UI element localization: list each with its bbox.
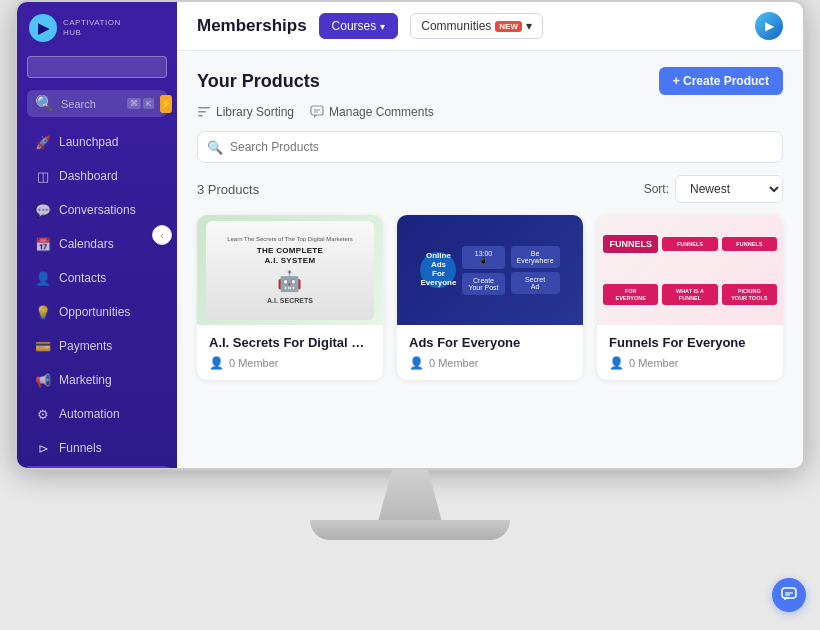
opportunities-icon: 💡 [35,304,51,320]
marketing-label: Marketing [59,373,112,387]
payments-icon: 💳 [35,338,51,354]
search-kbd: ⌘ K [127,98,154,109]
funnel-tile-main: FUNNELS [603,235,658,254]
marketing-icon: 📢 [35,372,51,388]
calendars-label: Calendars [59,237,114,251]
product-members-ai: 👤 0 Member [209,356,371,370]
sidebar-logo: ▶ CAPTIVATION HUB [17,2,177,52]
sort-label: Sort: [644,182,669,196]
logo-subtext: HUB [63,28,121,38]
funnel-tile-2: FUNNELS [722,237,777,252]
ai-thumb-inner: Learn The Secrets of The Top Digital Mar… [206,221,373,320]
cmd-key: ⌘ [127,98,141,109]
sidebar-item-funnels[interactable]: ⊳ Funnels [23,432,171,464]
sidebar-item-automation[interactable]: ⚙ Automation [23,398,171,430]
product-info-ai: A.I. Secrets For Digital Mar... 👤 0 Memb… [197,325,383,380]
automation-label: Automation [59,407,120,421]
product-card-ai-secrets[interactable]: Learn The Secrets of The Top Digital Mar… [197,215,383,380]
product-members-funnels: 👤 0 Member [609,356,771,370]
payments-label: Payments [59,339,112,353]
sidebar-item-opportunities[interactable]: 💡 Opportunities [23,296,171,328]
bolt-icon[interactable]: ⚡ [160,95,172,113]
top-bar: Memberships Courses ▾ Communities NEW ▾ … [177,2,803,51]
ads-extras: BeEverywhere SecretAd [511,246,560,294]
sidebar-item-marketing[interactable]: 📢 Marketing [23,364,171,396]
tab-courses[interactable]: Courses ▾ [319,13,399,39]
user-avatar[interactable]: ▶ [755,12,783,40]
members-count-funnels: 0 Member [629,357,679,369]
product-thumb-funnels: FUNNELS FUNNELS FUNNELS FOREVERYONE WHAT… [597,215,783,325]
funnels-icon: ⊳ [35,440,51,456]
product-search-icon: 🔍 [207,140,223,155]
sidebar-search-icon: 🔍 [35,94,55,113]
dashboard-label: Dashboard [59,169,118,183]
funnel-tile-4: WHAT IS AFUNNEL [662,284,717,305]
sidebar-select[interactable] [27,56,167,78]
sidebar-item-dashboard[interactable]: ◫ Dashboard [23,160,171,192]
product-info-ads: Ads For Everyone 👤 0 Member [397,325,583,380]
sidebar-dropdown-wrap [17,52,177,86]
sidebar-search-bar[interactable]: 🔍 ⌘ K ⚡ [27,90,167,117]
ads-device-4: SecretAd [511,272,560,294]
monitor-stand [310,470,510,540]
communities-chevron-icon: ▾ [526,19,532,33]
ads-device-3: BeEverywhere [511,246,560,268]
funnel-tile-5: PICKINGYOUR TOOLS [722,284,777,305]
conversations-icon: 💬 [35,202,51,218]
product-name-funnels: Funnels For Everyone [609,335,771,350]
opportunities-label: Opportunities [59,305,130,319]
logo-icon: ▶ [29,14,57,42]
sort-row: Sort: Newest Oldest Alphabetical [644,175,783,203]
manage-comments-icon [310,105,324,119]
k-key: K [143,98,154,109]
logo-text: CAPTIVATION HUB [63,18,121,37]
product-info-funnels: Funnels For Everyone 👤 0 Member [597,325,783,380]
content-title: Your Products [197,71,320,92]
member-icon-funnels: 👤 [609,356,624,370]
automation-icon: ⚙ [35,406,51,422]
sidebar-item-contacts[interactable]: 👤 Contacts [23,262,171,294]
library-sorting-button[interactable]: Library Sorting [197,105,294,119]
logo-name: CAPTIVATION [63,18,121,28]
manage-comments-button[interactable]: Manage Comments [310,105,434,119]
search-row: 🔍 [197,131,783,163]
stand-base [310,520,510,540]
ai-title: THE COMPLETEA.I. SYSTEM [257,246,323,265]
sidebar-item-conversations[interactable]: 💬 Conversations [23,194,171,226]
members-count-ai: 0 Member [229,357,279,369]
svg-rect-1 [198,111,206,113]
sort-select[interactable]: Newest Oldest Alphabetical [675,175,783,203]
tab-communities[interactable]: Communities NEW ▾ [410,13,543,39]
ads-logo: OnlineAdsForEveryone [420,252,456,288]
library-sorting-icon [197,105,211,119]
product-name-ads: Ads For Everyone [409,335,571,350]
members-count-ads: 0 Member [429,357,479,369]
courses-tab-chevron: ▾ [380,21,385,32]
ads-device-2: CreateYour Post [462,273,504,295]
product-card-funnels[interactable]: FUNNELS FUNNELS FUNNELS FOREVERYONE WHAT… [597,215,783,380]
communities-new-badge: NEW [495,21,522,32]
dashboard-icon: ◫ [35,168,51,184]
launchpad-icon: 🚀 [35,134,51,150]
ads-devices: 13:00📱 CreateYour Post [462,246,504,295]
launchpad-label: Launchpad [59,135,118,149]
main-content: Memberships Courses ▾ Communities NEW ▾ … [177,2,803,468]
product-card-ads[interactable]: OnlineAdsForEveryone 13:00📱 CreateYour P… [397,215,583,380]
product-search-input[interactable] [197,131,783,163]
create-product-button[interactable]: + Create Product [659,67,783,95]
sidebar-item-memberships[interactable]: ★ Memberships [23,466,171,470]
products-meta: 3 Products Sort: Newest Oldest Alphabeti… [197,175,783,203]
sidebar-item-calendars[interactable]: 📅 Calendars [23,228,171,260]
calendars-icon: 📅 [35,236,51,252]
ai-headline: Learn The Secrets of The Top Digital Mar… [227,236,353,242]
manage-comments-label: Manage Comments [329,105,434,119]
sidebar-item-payments[interactable]: 💳 Payments [23,330,171,362]
contacts-icon: 👤 [35,270,51,286]
screen: ▶ CAPTIVATION HUB 🔍 ⌘ K ⚡ [15,0,805,470]
product-members-ads: 👤 0 Member [409,356,571,370]
communities-tab-label: Communities [421,19,491,33]
toolbar-row: Library Sorting Manage Comments [197,105,783,119]
sidebar-item-launchpad[interactable]: 🚀 Launchpad [23,126,171,158]
svg-rect-2 [198,115,203,117]
search-input[interactable] [61,98,121,110]
